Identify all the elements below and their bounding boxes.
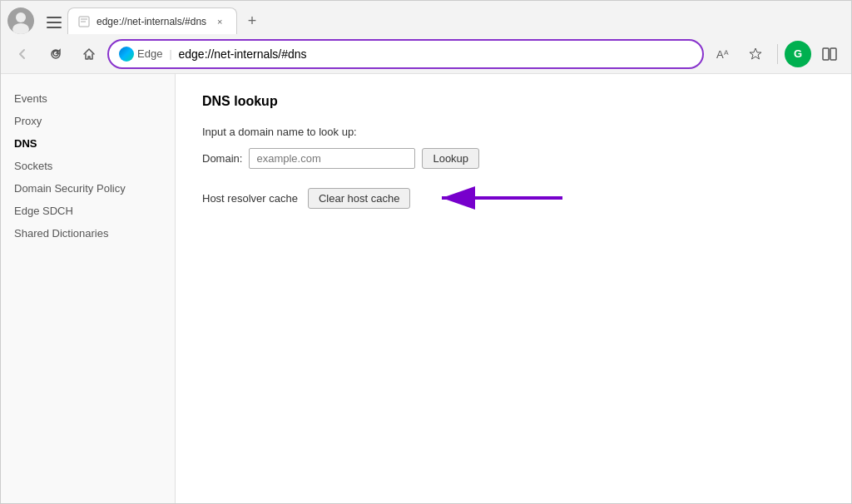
sidebar-item-proxy[interactable]: Proxy (1, 110, 175, 132)
cache-row: Host resolver cache Clear host cache (202, 185, 825, 210)
home-button[interactable] (74, 39, 104, 69)
tab-page-icon (78, 16, 90, 27)
lookup-instruction: Input a domain name to look up: (202, 126, 825, 138)
tab-bar: edge://net-internals/#dns × + (1, 1, 851, 34)
tab-close-button[interactable]: × (213, 15, 226, 28)
svg-point-1 (16, 12, 26, 22)
svg-rect-5 (47, 27, 62, 28)
address-bar[interactable]: Edge | edge://net-internals/#dns (107, 39, 704, 69)
refresh-button[interactable] (41, 39, 71, 69)
arrow-annotation (433, 185, 567, 210)
sidebar-item-events[interactable]: Events (1, 87, 175, 110)
sidebar-item-edge-sdch[interactable]: Edge SDCH (1, 200, 175, 222)
divider (777, 44, 778, 64)
svg-rect-3 (47, 17, 62, 18)
domain-input[interactable] (249, 148, 415, 169)
split-screen-button[interactable] (815, 39, 845, 69)
page-content: DNS lookup Input a domain name to look u… (176, 74, 851, 503)
svg-text:Aᴬ: Aᴬ (716, 48, 729, 61)
new-tab-button[interactable]: + (239, 7, 265, 34)
edge-logo-icon (119, 47, 134, 62)
nav-right: Aᴬ G (707, 39, 845, 69)
avatar[interactable] (7, 7, 34, 34)
clear-host-cache-button[interactable]: Clear host cache (308, 188, 411, 209)
edge-label: Edge (137, 47, 162, 60)
edge-logo: Edge (119, 47, 162, 62)
address-separator: | (169, 48, 171, 60)
lookup-row: Domain: Lookup (202, 148, 825, 169)
page-title: DNS lookup (202, 94, 825, 109)
content-area: Events Proxy DNS Sockets Domain Security… (1, 74, 851, 503)
svg-rect-10 (823, 48, 829, 60)
tab-title: edge://net-internals/#dns (97, 16, 206, 27)
sidebar-item-domain-security[interactable]: Domain Security Policy (1, 177, 175, 200)
cache-label: Host resolver cache (202, 192, 298, 205)
lookup-button[interactable]: Lookup (422, 148, 479, 169)
browser-window: edge://net-internals/#dns × + Edge | edg… (0, 0, 852, 504)
address-text: edge://net-internals/#dns (179, 47, 693, 61)
back-button[interactable] (7, 39, 37, 69)
read-aloud-button[interactable]: Aᴬ (707, 39, 737, 69)
sidebar: Events Proxy DNS Sockets Domain Security… (1, 74, 176, 503)
sidebar-item-dns[interactable]: DNS (1, 132, 175, 155)
sidebar-toggle-button[interactable] (42, 11, 66, 34)
arrow-icon (433, 185, 567, 210)
sidebar-item-shared-dicts[interactable]: Shared Dictionaries (1, 222, 175, 245)
nav-bar: Edge | edge://net-internals/#dns Aᴬ G (1, 34, 851, 74)
profile-button[interactable]: G (785, 41, 811, 67)
svg-rect-4 (47, 22, 62, 23)
favorites-button[interactable] (741, 39, 770, 69)
sidebar-item-sockets[interactable]: Sockets (1, 155, 175, 177)
domain-label: Domain: (202, 152, 242, 165)
active-tab[interactable]: edge://net-internals/#dns × (67, 7, 237, 34)
svg-rect-11 (830, 48, 836, 60)
